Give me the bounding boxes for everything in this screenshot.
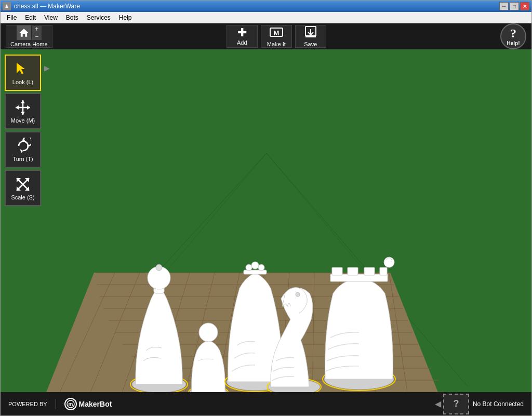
svg-line-28 — [280, 273, 289, 392]
svg-line-30 — [339, 273, 344, 392]
look-label: Look (L) — [12, 79, 33, 85]
main-window: ♟ chess.stl — MakerWare ─ □ ✕ File Edit … — [0, 0, 532, 416]
chess-bishop — [130, 264, 188, 392]
makerbot-m-icon: m — [64, 398, 77, 410]
svg-point-37 — [156, 264, 162, 271]
svg-point-34 — [132, 376, 186, 392]
makerbot-logo: m MakerBot — [64, 398, 112, 410]
no-bot-label: No Bot Connected — [473, 400, 524, 408]
svg-line-22 — [86, 273, 140, 392]
move-icon — [15, 99, 31, 116]
camera-home-button[interactable]: + − Camera Home — [6, 25, 52, 48]
svg-line-6 — [52, 153, 267, 387]
camera-home-label: Camera Home — [10, 41, 48, 47]
add-button[interactable]: ✚ Add — [227, 25, 258, 48]
svg-marker-61 — [21, 100, 25, 103]
bot-widget: ◀ ? — [435, 392, 469, 415]
window-controls: ─ □ ✕ — [499, 2, 529, 10]
bot-question-icon: ? — [454, 398, 459, 409]
svg-point-57 — [384, 257, 394, 267]
scale-icon — [15, 176, 31, 193]
svg-point-39 — [190, 386, 227, 392]
help-button[interactable]: ? Help! — [500, 23, 526, 49]
svg-marker-0 — [19, 29, 28, 36]
svg-point-38 — [189, 386, 228, 392]
svg-point-47 — [267, 378, 321, 392]
powered-by-section: POWERED BY m MakerBot — [8, 398, 112, 410]
add-icon: ✚ — [237, 27, 247, 38]
title-bar-text: ♟ chess.stl — MakerWare — [3, 2, 80, 10]
add-label: Add — [237, 39, 247, 46]
svg-rect-55 — [364, 267, 375, 275]
svg-text:M: M — [273, 29, 279, 37]
menu-edit[interactable]: Edit — [21, 13, 40, 22]
svg-point-33 — [130, 375, 188, 392]
close-button[interactable]: ✕ — [520, 2, 529, 10]
save-button[interactable]: Save — [295, 25, 326, 48]
bot-arrow-icon[interactable]: ◀ — [435, 399, 441, 409]
main-content: Look (L) ▶ Move (M) — [1, 49, 531, 392]
title-bar: ♟ chess.stl — MakerWare ─ □ ✕ — [1, 1, 531, 12]
menu-bar: File Edit View Bots Services Help — [1, 12, 531, 23]
svg-rect-52 — [330, 274, 388, 281]
separator — [56, 399, 56, 409]
scale-tool-button[interactable]: Scale (S) — [5, 170, 41, 206]
svg-point-41 — [225, 372, 285, 392]
expand-arrow[interactable]: ▶ — [44, 64, 50, 72]
zoom-in-button[interactable]: + — [32, 26, 42, 33]
svg-point-44 — [246, 264, 252, 271]
scale-label: Scale (S) — [11, 194, 34, 200]
svg-marker-62 — [21, 112, 25, 115]
save-label: Save — [304, 41, 317, 47]
svg-line-32 — [389, 273, 409, 392]
svg-point-51 — [324, 369, 394, 390]
svg-point-49 — [296, 292, 300, 297]
help-icon: ? — [510, 26, 516, 41]
chess-knight — [267, 288, 321, 393]
svg-line-9 — [267, 153, 375, 283]
viewport[interactable] — [1, 49, 531, 392]
minimize-button[interactable]: ─ — [499, 2, 509, 10]
make-it-button[interactable]: M Make It — [261, 25, 292, 48]
makerbot-label: MakerBot — [79, 400, 112, 408]
camera-home-icon-group: + − — [17, 25, 42, 40]
menu-help[interactable]: Help — [115, 13, 136, 22]
svg-rect-43 — [244, 270, 267, 274]
svg-rect-53 — [332, 267, 342, 275]
toolbar-right: ? Help! — [500, 23, 526, 49]
svg-rect-54 — [348, 267, 358, 275]
make-it-label: Make It — [267, 41, 286, 47]
svg-rect-35 — [154, 283, 164, 293]
svg-line-8 — [156, 153, 267, 283]
svg-line-24 — [151, 273, 190, 392]
svg-point-45 — [251, 262, 259, 269]
menu-view[interactable]: View — [40, 13, 62, 22]
svg-marker-58 — [17, 63, 25, 74]
menu-bots[interactable]: Bots — [62, 13, 83, 22]
look-tool-button[interactable]: Look (L) — [5, 55, 41, 91]
no-bot-status: No Bot Connected — [473, 400, 524, 408]
svg-point-36 — [148, 266, 170, 289]
toolbar-left: + − Camera Home — [6, 25, 52, 48]
zoom-out-button[interactable]: − — [32, 33, 42, 40]
powered-by-text: POWERED BY — [8, 401, 47, 407]
svg-line-23 — [118, 273, 165, 392]
svg-line-26 — [215, 273, 240, 392]
bot-status-box[interactable]: ? — [443, 394, 469, 414]
move-tool-button[interactable]: Move (M) — [5, 93, 41, 129]
svg-line-21 — [55, 273, 115, 392]
svg-line-7 — [267, 153, 468, 387]
svg-point-40 — [199, 323, 218, 342]
look-icon — [15, 61, 31, 77]
menu-services[interactable]: Services — [83, 13, 115, 22]
svg-marker-63 — [16, 105, 19, 110]
svg-rect-56 — [380, 267, 387, 275]
chess-queen — [225, 262, 285, 392]
restore-button[interactable]: □ — [510, 2, 519, 10]
save-icon — [303, 25, 318, 40]
turn-tool-button[interactable]: Turn (T) — [5, 131, 41, 168]
menu-file[interactable]: File — [3, 13, 21, 22]
left-toolbar: Look (L) ▶ Move (M) — [1, 49, 47, 392]
help-label: Help! — [507, 41, 520, 46]
turn-label: Turn (T) — [12, 156, 33, 162]
